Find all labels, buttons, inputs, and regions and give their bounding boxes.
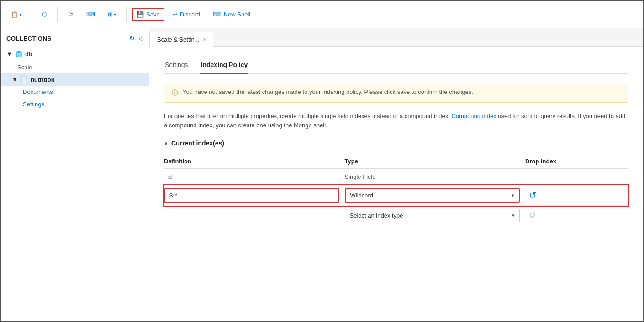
type-cell-id: Single Field: [345, 169, 526, 185]
panel-icon-button[interactable]: 🗂: [63, 8, 78, 21]
more-icon: ⊞: [108, 11, 113, 18]
save-label: Save: [146, 11, 160, 18]
definition-cell-id: _id: [164, 169, 345, 185]
terminal-icon: ⌨: [86, 11, 95, 18]
nutrition-label: nutrition: [31, 76, 55, 83]
wildcard-type-select[interactable]: Wildcard Single Field Compound: [346, 189, 519, 202]
panel-icon: 🗂: [68, 11, 74, 18]
description: For queries that filter on multiple prop…: [164, 112, 628, 131]
description-text1: For queries that filter on multiple prop…: [164, 113, 451, 119]
toolbar: 📋 ▾ ⬡ 🗂 ⌨ ⊞ ▾ 💾 Save ↩ Discard ⌨ New She…: [1, 1, 643, 28]
wildcard-definition-cell: [164, 185, 345, 206]
index-table: Definition Type Drop Index _id Single Fi…: [164, 154, 628, 225]
table-header-row: Definition Type Drop Index: [164, 154, 628, 169]
section-title: Current index(es): [171, 140, 224, 147]
collections-title: COLLECTIONS: [6, 35, 52, 42]
alert-message: You have not saved the latest changes ma…: [183, 88, 473, 96]
tab-label: Scale & Settin...: [157, 36, 200, 43]
discard-icon: ↩: [173, 11, 178, 18]
db-label: db: [25, 51, 32, 57]
new-document-chevron-icon: ▾: [19, 12, 21, 17]
scale-label: Scale: [17, 64, 32, 71]
save-button[interactable]: 💾 Save: [132, 8, 164, 21]
sidebar-actions: ↻ ◁: [129, 35, 143, 42]
collection-icon: 📄: [21, 76, 28, 83]
content-area: Scale & Settin... × Settings Indexing Po…: [149, 28, 643, 322]
wildcard-drop-cell: ↺: [525, 185, 628, 206]
sidebar-item-nutrition[interactable]: ▼ 📄 nutrition: [1, 73, 149, 86]
tab-settings[interactable]: Settings: [164, 57, 189, 74]
section-chevron-icon[interactable]: ∨: [164, 140, 168, 146]
col-definition-header: Definition: [164, 154, 345, 169]
new-type-cell: Select an index type Wildcard Single Fie…: [345, 206, 526, 225]
wildcard-revert-button[interactable]: ↺: [525, 188, 540, 203]
tab-scale-settings[interactable]: Scale & Settin... ×: [149, 32, 213, 47]
sub-tabs: Settings Indexing Policy: [164, 57, 628, 74]
section-header: ∨ Current index(es): [164, 140, 628, 147]
refresh-button[interactable]: ↻: [129, 35, 135, 42]
compound-index-link[interactable]: Compound index: [451, 113, 496, 119]
more-chevron-icon: ▾: [114, 12, 116, 17]
page-content: Settings Indexing Policy ⓘ You have not …: [149, 47, 643, 322]
terminal-icon-button[interactable]: ⌨: [82, 8, 100, 21]
sidebar: COLLECTIONS ↻ ◁ ▼ 🌐 db Scale ▼ 📄 nutriti…: [1, 28, 149, 322]
table-row: _id Single Field: [164, 169, 628, 185]
settings-nav-label: Settings: [23, 101, 44, 108]
collapse-button[interactable]: ◁: [138, 35, 143, 42]
discard-label: Discard: [180, 11, 200, 18]
tab-indexing-policy[interactable]: Indexing Policy: [200, 57, 249, 74]
nutrition-expand-icon: ▼: [12, 76, 18, 83]
new-shell-button[interactable]: ⌨ New Shell: [208, 8, 255, 21]
new-shell-icon: ⌨: [213, 11, 222, 18]
wildcard-definition-input[interactable]: [164, 188, 339, 203]
db-expand-icon: ▼: [6, 51, 12, 57]
sidebar-item-db[interactable]: ▼ 🌐 db: [1, 47, 149, 61]
discard-button[interactable]: ↩ Discard: [168, 8, 205, 21]
table-row-wildcard: Wildcard Single Field Compound ▾ ↺: [164, 185, 628, 206]
info-icon: ⓘ: [172, 88, 178, 98]
sidebar-item-settings[interactable]: Settings: [1, 98, 149, 110]
new-type-select[interactable]: Select an index type Wildcard Single Fie…: [345, 209, 520, 222]
db-icon: 🌐: [15, 51, 22, 57]
scale-icon-button[interactable]: ⬡: [37, 8, 52, 21]
sidebar-header: COLLECTIONS ↻ ◁: [1, 28, 149, 47]
scale-icon: ⬡: [42, 11, 47, 18]
divider-1: [32, 7, 32, 22]
save-icon: 💾: [137, 11, 144, 18]
tab-bar: Scale & Settin... ×: [149, 28, 643, 47]
new-shell-label: New Shell: [224, 11, 251, 18]
new-document-icon: 📋: [11, 11, 18, 18]
new-definition-input[interactable]: [164, 209, 339, 222]
sidebar-item-documents[interactable]: Documents: [1, 86, 149, 98]
new-document-button[interactable]: 📋 ▾: [6, 8, 26, 21]
new-drop-cell: ↺: [525, 206, 628, 225]
main-layout: COLLECTIONS ↻ ◁ ▼ 🌐 db Scale ▼ 📄 nutriti…: [1, 28, 643, 322]
table-row-new: Select an index type Wildcard Single Fie…: [164, 206, 628, 225]
drop-cell-id: [525, 169, 628, 185]
more-button[interactable]: ⊞ ▾: [103, 8, 121, 21]
new-revert-button[interactable]: ↺: [525, 208, 539, 222]
wildcard-type-cell: Wildcard Single Field Compound ▾: [345, 185, 526, 206]
documents-label: Documents: [23, 88, 53, 95]
col-drop-header: Drop Index: [525, 154, 628, 169]
divider-3: [126, 7, 127, 22]
alert-banner: ⓘ You have not saved the latest changes …: [164, 83, 628, 103]
divider-2: [57, 7, 58, 22]
col-type-header: Type: [345, 154, 526, 169]
sidebar-item-scale[interactable]: Scale: [1, 61, 149, 73]
tab-close-button[interactable]: ×: [203, 37, 206, 42]
new-definition-cell: [164, 206, 345, 225]
